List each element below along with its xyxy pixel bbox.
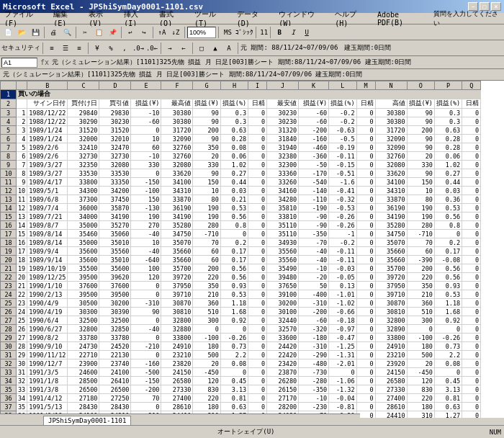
cell-25-14[interactable]: 360: [407, 299, 434, 308]
dec-dec-btn[interactable]: .0←: [145, 42, 158, 55]
cell-14-14[interactable]: 190: [407, 204, 434, 213]
cell-36-2[interactable]: 27180: [68, 394, 99, 403]
cell-11-0[interactable]: 9: [17, 178, 27, 187]
cell-35-5[interactable]: 27330: [161, 385, 193, 394]
cell-12-14[interactable]: 10: [407, 187, 434, 195]
cell-21-7[interactable]: 0.56: [220, 264, 248, 273]
cell-7-13[interactable]: 32090: [375, 143, 407, 152]
cell-19-3[interactable]: 35560: [99, 247, 131, 256]
cell-8-16[interactable]: 0: [462, 152, 481, 161]
cell-3-3[interactable]: 29830: [99, 109, 131, 117]
cell-33-14[interactable]: -450: [407, 368, 434, 377]
cell-6-12[interactable]: 0: [356, 135, 375, 143]
cell-35-7[interactable]: 3.13: [220, 385, 248, 394]
cell-34-5[interactable]: 26580: [161, 377, 193, 385]
cell-25-11[interactable]: -1.02: [329, 299, 356, 308]
menu-tools[interactable]: ツール(T): [192, 9, 231, 28]
cell-23-9[interactable]: 37650: [267, 282, 299, 290]
cell-16-4[interactable]: 270: [131, 221, 161, 230]
cell-21-1[interactable]: 1989/10/19: [27, 264, 68, 273]
cell-20-4[interactable]: -640: [131, 256, 161, 264]
cell-8-4[interactable]: -10: [131, 152, 161, 161]
cell-14-9[interactable]: 35810: [267, 204, 299, 213]
cell-10-0[interactable]: 8: [17, 169, 27, 178]
cell-38-13[interactable]: 24410: [375, 411, 407, 419]
cell-6-2[interactable]: 32000: [68, 135, 99, 143]
cell-14-12[interactable]: 0: [356, 204, 375, 213]
cell-12-2[interactable]: 34300: [68, 187, 99, 195]
cell-8-1[interactable]: 1989/2/6: [27, 152, 68, 161]
comma-btn[interactable]: ,: [118, 42, 131, 55]
cell-18-0[interactable]: 16: [17, 238, 27, 247]
font-color-btn[interactable]: A: [222, 42, 235, 55]
cell-22-7[interactable]: 0.56: [220, 273, 248, 282]
cell-3-8[interactable]: 0: [248, 109, 267, 117]
cell-9-12[interactable]: 0: [356, 161, 375, 169]
cell-37-9[interactable]: 28200: [267, 403, 299, 411]
cell-12-16[interactable]: 0: [462, 187, 481, 195]
cell-3-11[interactable]: -0.2: [329, 109, 356, 117]
cell-29-9[interactable]: 33600: [267, 334, 299, 342]
cell-19-6[interactable]: 60: [193, 247, 220, 256]
cell-7-5[interactable]: 32760: [161, 143, 193, 152]
cell-14-8[interactable]: 0: [248, 204, 267, 213]
cell-21-16[interactable]: 0: [462, 264, 481, 273]
cell-15-11[interactable]: -0.26: [329, 213, 356, 221]
cell-37-8[interactable]: 0: [248, 403, 267, 411]
cell-12-13[interactable]: 34310: [375, 187, 407, 195]
cell-17-1[interactable]: 1989/8/14: [27, 230, 68, 238]
cell-33-8[interactable]: 0: [248, 368, 267, 377]
cell-21-4[interactable]: 100: [131, 264, 161, 273]
cell-14-4[interactable]: -130: [131, 204, 161, 213]
cell-15-5[interactable]: 34190: [161, 213, 193, 221]
cell-29-14[interactable]: -100: [407, 334, 434, 342]
cell-19-0[interactable]: 17: [17, 247, 27, 256]
cell-23-3[interactable]: 37600: [99, 282, 131, 290]
cell-15-12[interactable]: 0: [356, 213, 375, 221]
cell-9-8[interactable]: 0: [248, 161, 267, 169]
cell-38-15[interactable]: 1.27: [434, 411, 462, 419]
cell-17-2[interactable]: 35460: [68, 230, 99, 238]
cell-32-12[interactable]: 0: [356, 359, 375, 368]
col-C[interactable]: C: [68, 81, 99, 90]
cell-25-9[interactable]: 30200: [267, 299, 299, 308]
cell-13-2[interactable]: 37300: [68, 195, 99, 204]
cell-23-6[interactable]: 350: [193, 282, 220, 290]
cell-19-4[interactable]: -40: [131, 247, 161, 256]
cell-29-8[interactable]: 0: [248, 334, 267, 342]
cell-32-11[interactable]: -2.01: [329, 359, 356, 368]
cell-15-7[interactable]: 0.56: [220, 213, 248, 221]
cell-20-10[interactable]: -40: [299, 256, 329, 264]
cell-36-0[interactable]: 34: [17, 394, 27, 403]
col-H[interactable]: H: [220, 81, 248, 90]
cell-33-13[interactable]: 24150: [375, 368, 407, 377]
cell-23-0[interactable]: 21: [17, 282, 27, 290]
cell-10-10[interactable]: -170: [299, 169, 329, 178]
cell-6-9[interactable]: 31840: [267, 135, 299, 143]
cell-5-1[interactable]: 1989/1/24: [27, 126, 68, 135]
cell-29-6[interactable]: -100: [193, 334, 220, 342]
cell-31-13[interactable]: 23210: [375, 351, 407, 359]
cell-23-5[interactable]: 37950: [161, 282, 193, 290]
cell-30-11[interactable]: -1.25: [329, 342, 356, 351]
cell-15-6[interactable]: 190: [193, 213, 220, 221]
cell-19-14[interactable]: 60: [407, 247, 434, 256]
cell-7-6[interactable]: 350: [193, 143, 220, 152]
cell-26-2[interactable]: 30300: [68, 308, 99, 316]
cell-31-6[interactable]: 500: [193, 351, 220, 359]
cell-15-0[interactable]: 13: [17, 213, 27, 221]
cell-7-8[interactable]: 0: [248, 143, 267, 152]
cell-33-16[interactable]: 0: [462, 368, 481, 377]
cell-33-7[interactable]: 0: [220, 368, 248, 377]
cell-27-15[interactable]: 0.92: [434, 316, 462, 325]
cell-4-3[interactable]: 30230: [99, 117, 131, 126]
percent-btn[interactable]: %: [104, 42, 117, 55]
cell-13-7[interactable]: 0.21: [220, 195, 248, 204]
col-N[interactable]: N: [375, 81, 407, 90]
cell-31-10[interactable]: -290: [299, 351, 329, 359]
cell-26-9[interactable]: 30100: [267, 308, 299, 316]
cell-12-3[interactable]: 34200: [99, 187, 131, 195]
cell-10-7[interactable]: 0.27: [220, 169, 248, 178]
undo-button[interactable]: ↩: [124, 26, 137, 39]
cell-25-0[interactable]: 23: [17, 299, 27, 308]
